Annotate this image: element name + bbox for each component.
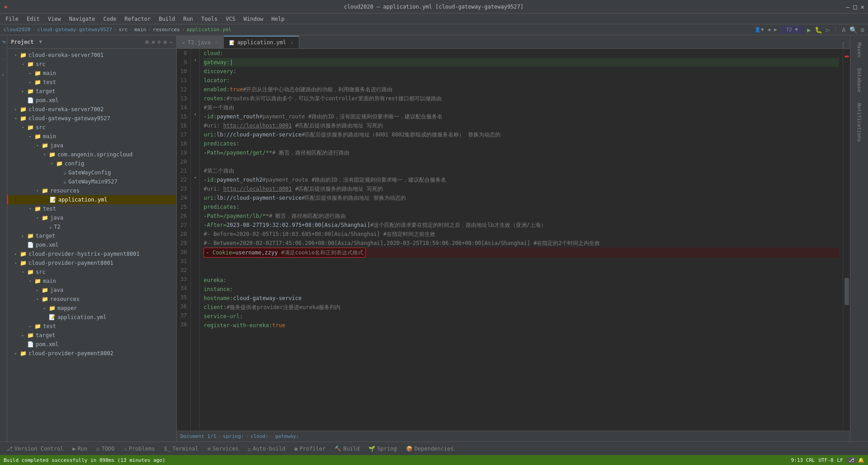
bottom-tab-problems[interactable]: ⚠ Problems bbox=[119, 444, 159, 454]
tree-item-cloud-provider-payment8002[interactable]: ▸ 📁 cloud-provider-payment8002 bbox=[7, 349, 176, 358]
settings-icon[interactable]: ⚙ bbox=[861, 26, 864, 33]
run-config-button[interactable]: ▷ bbox=[826, 26, 830, 33]
tab-application-yml[interactable]: 📝 application.yml ✕ bbox=[224, 36, 299, 48]
tree-item-src3[interactable]: ▾ 📁 src bbox=[7, 268, 176, 277]
bc-main[interactable]: main bbox=[134, 27, 146, 33]
more-run-icon[interactable]: ⋮ bbox=[833, 27, 838, 33]
menu-vcs[interactable]: VCS bbox=[222, 15, 239, 23]
menu-tools[interactable]: Tools bbox=[198, 15, 221, 23]
bottom-tab-spring[interactable]: 🌱 Spring bbox=[364, 444, 401, 454]
maven-panel-icon[interactable]: Maven bbox=[854, 39, 864, 61]
tab-T2-java[interactable]: ☕ T2.java ✕ bbox=[177, 36, 224, 48]
tree-item-pom2[interactable]: ▸ 📄 pom.xml bbox=[7, 240, 176, 249]
menu-file[interactable]: File bbox=[2, 15, 22, 23]
tree-item-test3[interactable]: ▸ 📁 test bbox=[7, 322, 176, 331]
side-bookmark-icon[interactable]: ☆ bbox=[0, 54, 7, 63]
tree-item-GateWayConfig[interactable]: ▸ ☕ GateWayConfig bbox=[7, 168, 176, 177]
menu-window[interactable]: Window bbox=[240, 15, 267, 23]
bottom-tab-services[interactable]: ≡ Services bbox=[203, 444, 243, 454]
bottom-tab-build[interactable]: 🔨 Build bbox=[330, 444, 364, 454]
menu-run[interactable]: Run bbox=[179, 15, 197, 23]
fold-15[interactable]: ▾ bbox=[191, 112, 199, 121]
code-area[interactable]: cloud: gateway:| discovery: locator: ena… bbox=[200, 49, 843, 431]
tree-item-config2[interactable]: ▾ 📁 config bbox=[7, 159, 176, 168]
tree-item-application-yml-selected[interactable]: ▸ 📝 application.yml bbox=[7, 195, 176, 204]
tree-item-target3[interactable]: ▸ 📁 target bbox=[7, 331, 176, 340]
collapse-all-icon[interactable]: ≡ bbox=[151, 39, 155, 45]
tree-item-test2[interactable]: ▾ 📁 test bbox=[7, 204, 176, 213]
menu-code[interactable]: Code bbox=[100, 15, 120, 23]
window-controls[interactable]: — □ ✕ bbox=[846, 3, 864, 10]
menu-help[interactable]: Help bbox=[268, 15, 288, 23]
debug-button[interactable]: 🐛 bbox=[815, 26, 822, 33]
notification-icon[interactable]: 🔔 bbox=[858, 457, 864, 463]
bottom-tab-terminal[interactable]: $_ Terminal bbox=[159, 444, 203, 454]
bc-module[interactable]: cloud-gateway-gateway9527 bbox=[37, 27, 112, 33]
expand-all-icon[interactable]: ⊞ bbox=[146, 39, 149, 45]
bottom-tab-dependencies[interactable]: 📦 Dependencies bbox=[401, 444, 458, 454]
menu-view[interactable]: View bbox=[44, 15, 65, 23]
close-button[interactable]: ✕ bbox=[861, 3, 864, 10]
tree-item-pom3[interactable]: ▸ 📄 pom.xml bbox=[7, 340, 176, 349]
tree-item-cloud-eureka-server7001[interactable]: ▾ 📁 cloud-eureka-server7001 bbox=[7, 51, 176, 60]
tree-item-src1[interactable]: ▾ 📁 src bbox=[7, 60, 176, 69]
hide-icon[interactable]: — bbox=[170, 39, 173, 45]
tree-item-mapper3[interactable]: ▸ 📁 mapper bbox=[7, 304, 176, 313]
tree-item-cloud-provider-payment8001[interactable]: ▾ 📁 cloud-provider-payment8001 bbox=[7, 258, 176, 268]
side-structure-icon[interactable]: ≡ bbox=[0, 72, 7, 78]
menu-build[interactable]: Build bbox=[155, 15, 179, 23]
close-tab-yml[interactable]: ✕ bbox=[291, 40, 293, 45]
bottom-tab-profiler[interactable]: ◉ Profiler bbox=[290, 444, 330, 454]
tree-item-src2[interactable]: ▾ 📁 src bbox=[7, 123, 176, 132]
tree-item-pom1[interactable]: ▸ 📄 pom.xml bbox=[7, 96, 176, 105]
notifications-panel-icon[interactable]: Notifications bbox=[854, 99, 864, 146]
tree-item-GateWayMain9527[interactable]: ▸ ☕ GateWayMain9527 bbox=[7, 177, 176, 186]
tree-item-main1[interactable]: ▸ 📁 main bbox=[7, 69, 176, 78]
editor-content[interactable]: 89101112 1314151617 1819202122 232425262… bbox=[177, 49, 850, 431]
bottom-tab-todo[interactable]: ☑ TODO bbox=[92, 444, 119, 454]
tree-item-T2[interactable]: ▸ ☕ T2 bbox=[7, 222, 176, 231]
scrollbar-thumb[interactable] bbox=[844, 278, 849, 305]
bottom-tab-version-control[interactable]: ⎇ Version Control bbox=[2, 444, 68, 454]
tree-item-java4[interactable]: ▸ 📁 java bbox=[7, 286, 176, 295]
menu-navigate[interactable]: Navigate bbox=[66, 15, 99, 23]
menu-refactor[interactable]: Refactor bbox=[121, 15, 154, 23]
tree-item-target2[interactable]: ▸ 📁 target bbox=[7, 231, 176, 240]
fold-9[interactable]: ▾ bbox=[191, 58, 199, 67]
translate-icon[interactable]: A bbox=[842, 26, 845, 33]
forward-icon[interactable]: ▶ bbox=[774, 27, 777, 33]
tree-item-main2[interactable]: ▾ 📁 main bbox=[7, 132, 176, 141]
minimize-button[interactable]: — bbox=[846, 3, 849, 10]
fold-22[interactable]: ▾ bbox=[191, 175, 199, 184]
bc-file[interactable]: application.yml bbox=[186, 27, 231, 33]
tree-item-java3[interactable]: ▾ 📁 java bbox=[7, 213, 176, 222]
tree-item-cloud-provider-hystrix-payment8001[interactable]: ▸ 📁 cloud-provider-hystrix-payment8001 bbox=[7, 249, 176, 258]
database-panel-icon[interactable]: Database bbox=[854, 65, 864, 96]
bottom-tab-auto-build[interactable]: △ Auto-build bbox=[243, 444, 290, 454]
tree-item-resources2[interactable]: ▾ 📁 resources bbox=[7, 186, 176, 195]
tree-item-cloud-gateway-gateway9527[interactable]: ▾ 📁 cloud-gateway-gateway9527 bbox=[7, 114, 176, 123]
run-button[interactable]: ▶ bbox=[807, 26, 811, 33]
tree-item-com2[interactable]: ▾ 📁 com.angenin.springcloud bbox=[7, 150, 176, 159]
tree-item-resources3[interactable]: ▾ 📁 resources bbox=[7, 295, 176, 304]
search-icon[interactable]: 🔍 bbox=[849, 26, 857, 33]
tree-item-main3[interactable]: ▾ 📁 main bbox=[7, 277, 176, 286]
more-tabs-icon[interactable]: ⋮ bbox=[836, 41, 850, 48]
tree-item-cloud-eureka-server7002[interactable]: ▸ 📁 cloud-eureka-server7002 bbox=[7, 105, 176, 114]
close-tab-T2[interactable]: ✕ bbox=[215, 40, 218, 45]
menu-edit[interactable]: Edit bbox=[23, 15, 43, 23]
side-project-icon[interactable]: P bbox=[0, 39, 7, 45]
git-icon[interactable]: ⎇ bbox=[847, 457, 856, 463]
bc-src[interactable]: src bbox=[118, 27, 127, 33]
tree-item-application-yml3[interactable]: ▸ 📝 application.yml bbox=[7, 313, 176, 322]
scroll-to-icon[interactable]: ⊙ bbox=[157, 39, 160, 45]
maximize-button[interactable]: □ bbox=[853, 3, 857, 10]
back-icon[interactable]: ◀ bbox=[768, 27, 771, 33]
bc-root[interactable]: cloud2020 bbox=[4, 27, 31, 33]
settings-icon[interactable]: ⚙ bbox=[164, 39, 167, 45]
bottom-tab-run[interactable]: ▶ Run bbox=[68, 444, 92, 454]
tree-item-java2[interactable]: ▾ 📁 java bbox=[7, 141, 176, 150]
bc-resources[interactable]: resources bbox=[153, 27, 180, 33]
tree-item-target1[interactable]: ▸ 📁 target bbox=[7, 87, 176, 96]
tree-item-test1[interactable]: ▸ 📁 test bbox=[7, 78, 176, 87]
